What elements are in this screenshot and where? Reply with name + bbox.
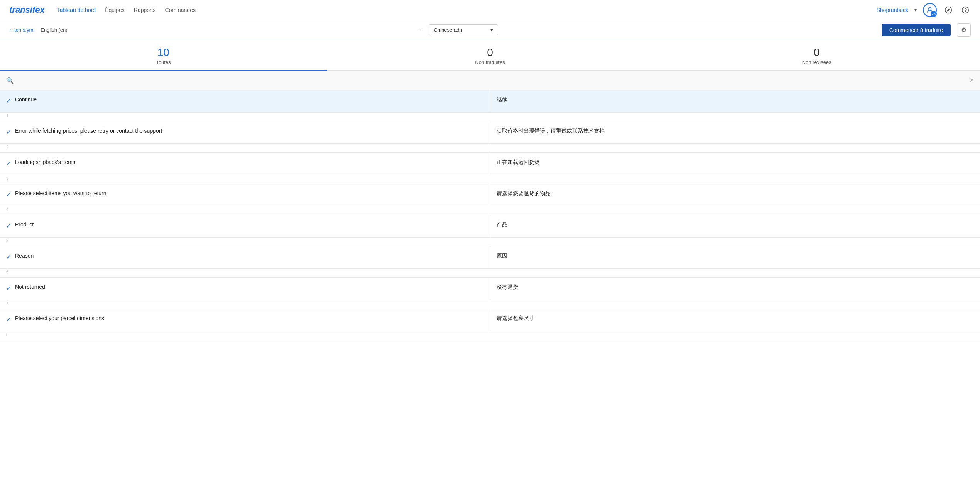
tab-non-traduites[interactable]: 0 Non traduites [327, 40, 654, 71]
translation-row-wrapper: ✓Please select your parcel dimensions请选择… [0, 309, 980, 340]
row-number: 3 [0, 175, 490, 184]
row-right: 原因 [490, 246, 980, 268]
row-left: ✓Product [0, 215, 490, 237]
row-number: 7 [0, 300, 490, 309]
checkmark-icon: ✓ [6, 191, 11, 198]
row-left: ✓Continue [0, 90, 490, 112]
row-left: ✓Not returned [0, 278, 490, 300]
translation-row-wrapper: ✓Please select items you want to return请… [0, 184, 980, 215]
target-text: 请选择您要退货的物品 [497, 190, 551, 197]
tab-non-traduites-count: 0 [327, 46, 654, 59]
settings-button[interactable]: ⚙ [957, 23, 971, 37]
row-number: 2 [0, 144, 490, 152]
svg-marker-2 [947, 8, 950, 11]
tab-toutes-label: Toutes [0, 59, 327, 65]
help-icon[interactable]: ? [960, 5, 971, 15]
row-number: 5 [0, 238, 490, 246]
top-navigation: transifex Tableau de bord Équipes Rappor… [0, 0, 980, 20]
nav-right: Shoprunback ▾ 26 ? [876, 3, 971, 17]
row-right: 正在加载运回货物 [490, 153, 980, 175]
checkmark-icon: ✓ [6, 285, 11, 292]
tab-toutes-count: 10 [0, 46, 327, 59]
source-text: Please select items you want to return [15, 190, 485, 196]
sub-bar: ‹ items.yml English (en) → Chinese (zh) … [0, 20, 980, 40]
row-right: 没有退货 [490, 278, 980, 300]
nav-rapports[interactable]: Rapports [134, 7, 156, 13]
row-number: 1 [0, 113, 490, 121]
brand-logo[interactable]: transifex [9, 5, 45, 15]
row-left: ✓Loading shipback's items [0, 153, 490, 175]
tab-non-revisees-label: Non révisées [653, 59, 980, 65]
table-row[interactable]: ✓Please select your parcel dimensions请选择… [0, 309, 980, 331]
row-number: 8 [0, 331, 490, 340]
tab-toutes[interactable]: 10 Toutes [0, 40, 327, 71]
checkmark-icon: ✓ [6, 97, 11, 105]
row-right: 继续 [490, 90, 980, 112]
clear-search-button[interactable]: × [970, 76, 974, 84]
source-text: Reason [15, 253, 485, 259]
checkmark-icon: ✓ [6, 128, 11, 136]
row-left: ✓Reason [0, 246, 490, 268]
source-text: Not returned [15, 284, 485, 290]
table-row[interactable]: ✓Product产品 [0, 215, 980, 238]
source-text: Loading shipback's items [15, 159, 485, 165]
account-dropdown-icon[interactable]: ▾ [914, 7, 917, 13]
table-row[interactable]: ✓Not returned没有退货 [0, 278, 980, 300]
row-right: 请选择包裹尺寸 [490, 309, 980, 331]
file-name: items.yml [13, 27, 34, 33]
target-text: 请选择包裹尺寸 [497, 315, 534, 322]
compass-icon[interactable] [943, 5, 954, 15]
target-language-select[interactable]: Chinese (zh) ▾ [429, 24, 498, 35]
source-text: Continue [15, 96, 485, 103]
translation-list: ✓Continue继续1✓Error while fetching prices… [0, 90, 980, 340]
nav-commandes[interactable]: Commandes [165, 7, 196, 13]
source-text: Product [15, 221, 485, 228]
table-row[interactable]: ✓Error while fetching prices, please ret… [0, 121, 980, 144]
translation-row-wrapper: ✓Product产品5 [0, 215, 980, 246]
table-row[interactable]: ✓Continue继续 [0, 90, 980, 113]
tabs-bar: 10 Toutes 0 Non traduites 0 Non révisées [0, 40, 980, 71]
source-language: English (en) [41, 27, 411, 33]
checkmark-icon: ✓ [6, 253, 11, 261]
tab-non-traduites-label: Non traduites [327, 59, 654, 65]
svg-text:?: ? [965, 7, 967, 12]
checkmark-icon: ✓ [6, 316, 11, 323]
nav-equipes[interactable]: Équipes [105, 7, 125, 13]
table-row[interactable]: ✓Please select items you want to return请… [0, 184, 980, 206]
search-icon: 🔍 [6, 77, 14, 84]
table-row[interactable]: ✓Reason原因 [0, 246, 980, 269]
row-left: ✓Error while fetching prices, please ret… [0, 121, 490, 143]
target-text: 获取价格时出现错误，请重试或联系技术支持 [497, 128, 605, 135]
row-number: 6 [0, 269, 490, 277]
file-link[interactable]: ‹ items.yml [9, 27, 34, 33]
table-row[interactable]: ✓Loading shipback's items正在加载运回货物 [0, 153, 980, 175]
search-input[interactable] [19, 78, 965, 84]
search-bar: 🔍 × [0, 71, 980, 90]
dropdown-chevron-icon: ▾ [490, 27, 493, 33]
back-arrow-icon: ‹ [9, 27, 11, 33]
translation-row-wrapper: ✓Reason原因6 [0, 246, 980, 278]
nav-tableau-de-bord[interactable]: Tableau de bord [57, 7, 96, 13]
start-translate-button[interactable]: Commencer à traduire [882, 24, 951, 36]
row-left: ✓Please select items you want to return [0, 184, 490, 206]
account-link[interactable]: Shoprunback [876, 7, 908, 13]
row-right: 获取价格时出现错误，请重试或联系技术支持 [490, 121, 980, 143]
translation-row-wrapper: ✓Error while fetching prices, please ret… [0, 121, 980, 153]
direction-arrow: → [417, 27, 422, 33]
target-text: 原因 [497, 253, 507, 260]
checkmark-icon: ✓ [6, 222, 11, 229]
notification-badge: 26 [931, 11, 937, 17]
source-text: Please select your parcel dimensions [15, 315, 485, 321]
row-number: 4 [0, 206, 490, 215]
target-text: 继续 [497, 96, 507, 103]
row-right: 请选择您要退货的物品 [490, 184, 980, 206]
target-language-value: Chinese (zh) [434, 27, 462, 33]
avatar[interactable]: 26 [923, 3, 937, 17]
translation-row-wrapper: ✓Continue继续1 [0, 90, 980, 121]
target-text: 产品 [497, 221, 507, 228]
tab-non-revisees[interactable]: 0 Non révisées [653, 40, 980, 71]
target-text: 没有退货 [497, 284, 518, 291]
source-text: Error while fetching prices, please retr… [15, 128, 485, 134]
target-text: 正在加载运回货物 [497, 159, 540, 166]
checkmark-icon: ✓ [6, 160, 11, 167]
